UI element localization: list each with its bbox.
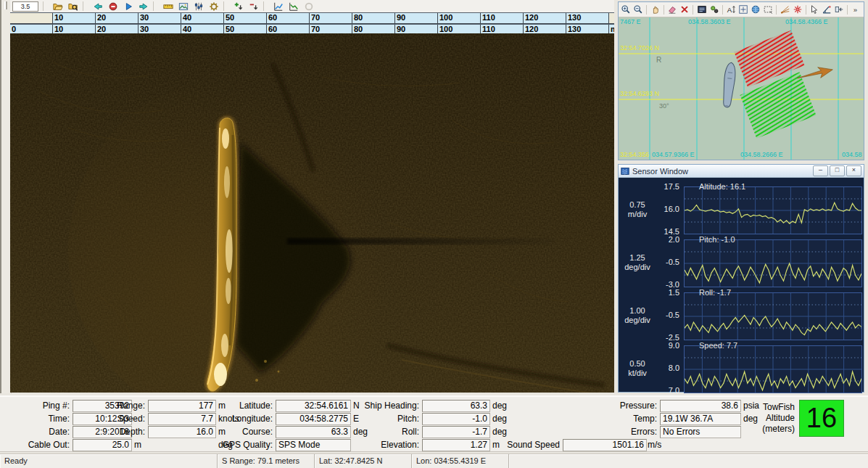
extra-icon[interactable] <box>302 0 316 12</box>
map-target-icon[interactable] <box>792 4 803 16</box>
map-coverage-fan-icon[interactable] <box>780 4 791 16</box>
ruler-mark <box>10 13 53 23</box>
map-settings-icon[interactable] <box>708 4 720 16</box>
toolbar-separator <box>693 5 694 15</box>
toolbar-separator <box>722 5 724 15</box>
ruler-mark: 40 <box>181 13 224 23</box>
sonar-viewer: 3.5 102030405060708090100110120130 01020… <box>10 0 614 393</box>
chart-row-speed: 0.50kt/div9.08.07.0Speed: 7.7 <box>619 345 864 392</box>
data-field: Longitude:034:58.2775E <box>216 412 368 425</box>
status-segment: Lat: 32:47.8425 N <box>315 454 412 468</box>
field-value: 7.7 <box>148 413 216 425</box>
file-search-icon[interactable] <box>66 0 80 12</box>
status-segment: Lon: 034:55.4319 E <box>412 454 509 468</box>
field-label: Date: <box>13 427 73 437</box>
map-label-bottom-mid2: 034.58.2666 E <box>740 151 783 158</box>
minimize-button[interactable]: – <box>813 165 828 176</box>
field-label: Depth: <box>109 427 148 437</box>
field-label: Cable Out: <box>13 440 73 450</box>
sonar-canvas[interactable] <box>10 33 614 393</box>
map-dock-icon[interactable] <box>833 4 845 16</box>
data-field: Elevation:1.27m <box>352 438 507 451</box>
map-label-bottom-right: 034.58 <box>842 151 862 158</box>
chart-plot-speed: Speed: 7.7 <box>684 345 862 393</box>
data-field: Ship Heading:63.3deg <box>352 399 507 412</box>
data-field: Course:63.3deg <box>216 425 368 438</box>
toolbar-separator <box>263 1 269 11</box>
altitude-track-icon[interactable] <box>286 0 301 12</box>
toolbar-grip <box>4 1 7 9</box>
ruler-mark: 110 <box>481 13 524 23</box>
map-canvas[interactable]: 7467 E 034.58.3603 E 034.58.4366 E 32:54… <box>619 17 864 160</box>
map-label-lat2: 32:54.6293 N <box>620 90 659 97</box>
map-label-bottom-left: 32:54.356 <box>620 151 649 158</box>
sound-speed-field: Sound Speed1501.16m/s <box>500 438 661 451</box>
forward-icon[interactable] <box>136 0 151 12</box>
map-zoom-in-icon[interactable] <box>620 4 632 16</box>
map-label-top-right: 034.58.4366 E <box>785 18 828 25</box>
field-label: Longitude: <box>216 414 276 424</box>
ruler-mark: 60 <box>267 13 310 23</box>
bottom-panel: TowFishAltitude(meters) 16 Ping #:35392T… <box>0 395 868 452</box>
chart-plot-roll: Roll: -1.7 <box>684 292 862 340</box>
gain-settings-icon[interactable] <box>191 0 206 12</box>
zoom-out-icon[interactable] <box>247 0 261 12</box>
bottom-track-icon[interactable] <box>271 0 286 12</box>
sensor-window-title: Sensor Window <box>632 167 810 176</box>
map-label-angle: 30° <box>659 102 669 110</box>
map-layers-icon[interactable] <box>696 4 708 16</box>
map-erase-icon[interactable] <box>666 4 678 16</box>
ruler-mark: 20 <box>96 13 139 23</box>
map-zoom-out-icon[interactable] <box>632 4 644 16</box>
toolbar-separator <box>83 1 88 11</box>
sonar-image <box>10 33 614 393</box>
ruler-mark <box>609 13 614 23</box>
field-label: Speed: <box>109 414 148 424</box>
map-more-icon[interactable] <box>851 4 862 16</box>
data-field: Roll:-1.7deg <box>352 425 507 438</box>
map-world-icon[interactable] <box>750 4 761 16</box>
measure-icon[interactable] <box>161 0 175 12</box>
maximize-button[interactable]: □ <box>830 165 845 176</box>
processing-icon[interactable] <box>207 0 221 12</box>
map-pan-icon[interactable] <box>650 4 661 16</box>
stop-icon[interactable] <box>106 0 120 12</box>
field-value: 63.3 <box>422 400 490 412</box>
status-segment: S Range: 79.1 meters <box>218 454 315 468</box>
range-scale-input[interactable]: 3.5 <box>12 1 38 12</box>
map-angle-icon[interactable] <box>821 4 832 16</box>
field-label: Pitch: <box>352 414 422 424</box>
field-label: Errors: <box>593 427 660 437</box>
field-unit: psia <box>741 401 759 411</box>
map-text-size-icon[interactable] <box>725 4 737 16</box>
chart-plot-altitude: Altitude: 16.1 <box>684 186 862 234</box>
sensor-window-titlebar[interactable]: Sensor Window –□× <box>619 165 864 178</box>
map-pointer-icon[interactable] <box>809 4 820 16</box>
bottom-panel-column: Latitude:32:54.6161NLongitude:034:58.277… <box>216 399 368 451</box>
map-delete-icon[interactable] <box>679 4 690 16</box>
field-unit: deg <box>490 427 507 437</box>
field-label: Ping #: <box>13 401 73 411</box>
field-value: 63.3 <box>276 426 351 438</box>
field-label: Pressure: <box>593 401 660 411</box>
toolbar-separator <box>153 1 159 11</box>
close-button[interactable]: × <box>846 165 861 176</box>
field-value: 1501.16 <box>563 439 647 451</box>
ruler-mark: 50 <box>224 13 267 23</box>
map-fit-extent-icon[interactable] <box>737 4 749 16</box>
data-field: Temp:19.1W 36.7Adeg <box>593 412 759 425</box>
map-label-top-mid: 034.58.3603 E <box>688 18 731 25</box>
capture-icon[interactable] <box>176 0 191 12</box>
mast-shadow <box>287 238 554 245</box>
rewind-icon[interactable] <box>91 0 105 12</box>
play-icon[interactable] <box>121 0 136 12</box>
zoom-in-icon[interactable] <box>231 0 246 12</box>
sensor-window-icon <box>621 167 629 176</box>
chart-title: Roll: -1.7 <box>699 288 731 297</box>
bottom-panel-column: Ship Heading:63.3degPitch:-1.0degRoll:-1… <box>352 399 507 451</box>
open-file-icon[interactable] <box>51 0 65 12</box>
chart-scale-label: 0.50kt/div <box>619 359 656 378</box>
field-label: GPS Quality: <box>216 440 276 450</box>
ruler-mark: 10 <box>53 13 96 23</box>
map-select-area-icon[interactable] <box>762 4 774 16</box>
